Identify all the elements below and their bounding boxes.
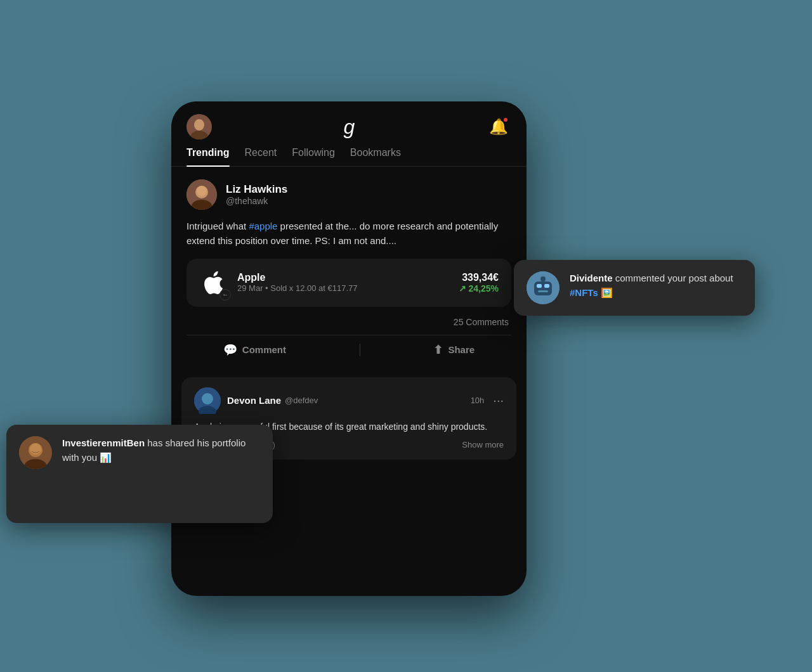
- notification-nfts-text: Dividente commented your post about #NFT…: [570, 271, 742, 300]
- svg-point-3: [195, 119, 204, 128]
- share-label: Share: [448, 344, 475, 355]
- tab-bookmarks[interactable]: Bookmarks: [350, 147, 401, 166]
- second-post-avatar[interactable]: [194, 387, 221, 414]
- notification-nfts: Dividente commented your post about #NFT…: [514, 260, 755, 316]
- tab-following[interactable]: Following: [292, 147, 335, 166]
- app-header: g 🔔: [171, 101, 527, 147]
- stock-info: Apple 29 Mar • Sold x 12.00 at €117.77: [237, 272, 449, 293]
- tab-recent[interactable]: Recent: [245, 147, 277, 166]
- stock-change: 24,25%: [459, 283, 499, 294]
- tab-trending[interactable]: Trending: [187, 147, 230, 166]
- navigation-tabs: Trending Recent Following Bookmarks: [171, 147, 527, 167]
- second-post-author-handle: @defdev: [285, 396, 318, 405]
- comment-label: Comment: [242, 344, 286, 355]
- second-post-top: Devon Lane @defdev 10h ···: [227, 393, 504, 408]
- stock-price: 339,34€: [459, 272, 499, 283]
- notification-emoji: 🖼️: [601, 287, 613, 298]
- second-post-show-more[interactable]: Show more: [462, 440, 504, 449]
- notification-portfolio-actor: InvestierenmitBen: [62, 437, 145, 448]
- post-author-avatar[interactable]: [187, 179, 217, 210]
- post-actions-bar: 💬 Comment ⬆ Share: [187, 343, 511, 359]
- share-icon: ⬆: [433, 343, 443, 357]
- notification-message-pre: commented your post about: [615, 273, 733, 283]
- svg-point-9: [202, 393, 213, 404]
- notification-actor-avatar-right: [527, 271, 560, 304]
- second-post-time: 10h: [471, 396, 485, 405]
- post-user-info: Liz Hawkins @thehawk: [226, 183, 287, 206]
- notification-actor-name: Dividente: [570, 273, 613, 283]
- action-divider: [187, 335, 511, 335]
- user-avatar[interactable]: [187, 114, 212, 139]
- comment-button[interactable]: 💬 Comment: [223, 343, 286, 357]
- second-post-author-name: Devon Lane: [227, 395, 281, 406]
- comment-icon: 💬: [223, 343, 237, 357]
- post-author-handle: @thehawk: [226, 196, 287, 206]
- share-button[interactable]: ⬆ Share: [433, 343, 475, 357]
- notification-button[interactable]: 🔔: [486, 114, 511, 139]
- stock-trade-icon: ←: [219, 289, 231, 300]
- stock-card[interactable]: ← Apple 29 Mar • Sold x 12.00 at €117.77…: [187, 259, 511, 307]
- post-stats-row: 25 Comments: [187, 317, 511, 327]
- hashtag-apple[interactable]: #apple: [249, 221, 277, 231]
- notification-actor-avatar-left: [19, 436, 52, 469]
- post-author-name: Liz Hawkins: [226, 183, 287, 196]
- stock-trade-detail: 29 Mar • Sold x 12.00 at €117.77: [237, 283, 449, 293]
- comments-count[interactable]: 25 Comments: [349, 317, 509, 327]
- app-logo: g: [344, 115, 355, 139]
- notification-badge: [502, 117, 509, 123]
- svg-rect-15: [538, 290, 548, 292]
- svg-rect-13: [537, 284, 542, 288]
- main-post: Liz Hawkins @thehawk Intrigued what #app…: [171, 167, 527, 372]
- notification-portfolio-emoji: 📊: [100, 452, 112, 463]
- stock-logo: ←: [199, 269, 227, 297]
- stock-name: Apple: [237, 272, 449, 283]
- svg-rect-14: [544, 284, 549, 288]
- svg-rect-12: [534, 281, 552, 295]
- second-post-meta: Devon Lane @defdev 10h ···: [227, 393, 504, 408]
- post-body: Intrigued what #apple presented at the..…: [187, 219, 511, 249]
- post-author-header: Liz Hawkins @thehawk: [187, 179, 511, 210]
- second-post-header: Devon Lane @defdev 10h ···: [194, 387, 504, 414]
- stock-price-area: 339,34€ 24,25%: [459, 272, 499, 294]
- svg-point-7: [197, 186, 207, 196]
- notification-hashtag: #NFTs: [570, 287, 598, 298]
- notification-portfolio-text: InvestierenmitBen has shared his portfol…: [62, 436, 260, 465]
- notification-portfolio: InvestierenmitBen has shared his portfol…: [6, 425, 273, 523]
- svg-rect-17: [542, 280, 544, 283]
- more-options-button[interactable]: ···: [493, 393, 504, 408]
